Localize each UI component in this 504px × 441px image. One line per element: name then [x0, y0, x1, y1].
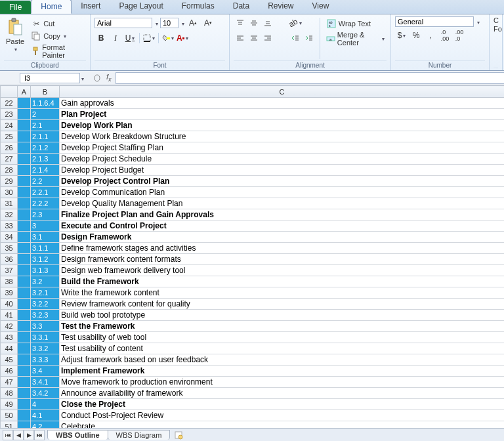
cell[interactable]	[18, 310, 31, 321]
sheet-tab-wbs-outline[interactable]: WBS Outline	[47, 430, 108, 440]
cell[interactable]: Implement Framework	[60, 366, 505, 377]
cell[interactable]: Build web tool prototype	[60, 310, 505, 321]
formula-input[interactable]	[116, 72, 504, 84]
comma-button[interactable]: ,	[424, 29, 437, 42]
cell[interactable]	[18, 176, 31, 187]
merge-center-button[interactable]: a Merge & Center	[324, 30, 387, 47]
tab-page-layout[interactable]: Page Layout	[110, 0, 172, 14]
cell[interactable]	[18, 354, 31, 366]
cell[interactable]: 3.3.1	[31, 332, 60, 343]
cell[interactable]: 3.2.3	[31, 310, 60, 321]
cell[interactable]: 3.3	[31, 321, 60, 332]
cell[interactable]: 3.3.2	[31, 343, 60, 354]
cell[interactable]	[18, 165, 31, 176]
row-header[interactable]: 47	[1, 377, 18, 388]
tab-view[interactable]: View	[303, 0, 339, 14]
cell[interactable]: Test the Framework	[60, 321, 505, 332]
cell[interactable]: 3.1.1	[31, 243, 60, 254]
cell[interactable]: Develop Communication Plan	[60, 187, 505, 198]
cell[interactable]	[18, 209, 31, 220]
tab-data[interactable]: Data	[224, 0, 259, 14]
cell[interactable]: 2.1.2	[31, 142, 60, 154]
tab-review[interactable]: Review	[259, 0, 303, 14]
sheet-nav-next[interactable]: ▶	[24, 430, 34, 440]
row-header[interactable]: 22	[1, 98, 18, 109]
worksheet-grid[interactable]: ABC 221.1.6.4Gain approvals232Plan Proje…	[0, 85, 504, 432]
row-header[interactable]: 40	[1, 299, 18, 310]
currency-button[interactable]: $	[395, 29, 408, 42]
row-header[interactable]: 35	[1, 243, 18, 254]
font-color-button[interactable]: A	[176, 32, 189, 45]
row-header[interactable]: 36	[1, 254, 18, 265]
cell[interactable]	[18, 321, 31, 332]
cell[interactable]	[18, 254, 31, 265]
cell[interactable]	[18, 399, 31, 410]
sheet-nav-prev[interactable]: ◀	[13, 430, 24, 440]
cell[interactable]: 1.1.6.4	[31, 98, 60, 109]
cell[interactable]: 2.3	[31, 209, 60, 220]
cell[interactable]	[18, 343, 31, 354]
row-header[interactable]: 49	[1, 399, 18, 410]
align-right-button[interactable]	[261, 32, 274, 45]
cell[interactable]: Build the Framework	[60, 276, 505, 287]
bold-button[interactable]: B	[94, 32, 108, 45]
name-box-caret[interactable]	[80, 74, 84, 82]
decrease-indent-button[interactable]	[289, 32, 302, 45]
font-size-select[interactable]	[160, 18, 178, 28]
align-left-button[interactable]	[234, 32, 247, 45]
row-header[interactable]: 38	[1, 276, 18, 287]
cell[interactable]	[18, 198, 31, 209]
cell[interactable]: Move framework to production environment	[60, 377, 505, 388]
percent-button[interactable]: %	[410, 29, 423, 42]
cell[interactable]: 3.4	[31, 366, 60, 377]
row-header[interactable]: 23	[1, 109, 18, 120]
decrease-font-button[interactable]: A▾	[201, 16, 215, 30]
increase-decimal-button[interactable]: .0.00	[438, 29, 452, 42]
row-header[interactable]: 45	[1, 354, 18, 366]
cell[interactable]: Test usability of web tool	[60, 332, 505, 343]
cell[interactable]: 3.4.1	[31, 377, 60, 388]
cell[interactable]	[18, 109, 31, 120]
row-header[interactable]: 29	[1, 176, 18, 187]
row-header[interactable]: 28	[1, 165, 18, 176]
cell[interactable]	[18, 287, 31, 299]
cell[interactable]: Develop Project Control Plan	[60, 176, 505, 187]
cell[interactable]: 2.1	[31, 120, 60, 131]
fx-cancel-icon[interactable]	[92, 73, 102, 83]
tab-insert[interactable]: Insert	[72, 0, 110, 14]
row-header[interactable]: 41	[1, 310, 18, 321]
cell[interactable]: 4	[31, 399, 60, 410]
cell[interactable]: 3.2.2	[31, 299, 60, 310]
cell[interactable]: 3.1.3	[31, 265, 60, 276]
row-header[interactable]: 34	[1, 232, 18, 243]
increase-indent-button[interactable]	[303, 32, 316, 45]
font-size-caret[interactable]	[180, 19, 184, 27]
orientation-button[interactable]: ab	[289, 16, 302, 30]
cell[interactable]	[18, 243, 31, 254]
row-header[interactable]: 48	[1, 388, 18, 399]
wrap-text-button[interactable]: abc Wrap Text	[324, 18, 387, 30]
cell[interactable]	[18, 187, 31, 198]
cell[interactable]: Adjust framework based on user feedback	[60, 354, 505, 366]
cell[interactable]: Write the framework content	[60, 287, 505, 299]
border-button[interactable]	[142, 32, 156, 45]
row-header[interactable]: 46	[1, 366, 18, 377]
align-top-button[interactable]	[234, 16, 247, 30]
col-header-C[interactable]: C	[60, 86, 505, 98]
cell[interactable]: 2.2.1	[31, 187, 60, 198]
row-header[interactable]: 26	[1, 142, 18, 154]
cell[interactable]: 2.2.2	[31, 198, 60, 209]
cell[interactable]: 4.1	[31, 410, 60, 421]
fill-color-button[interactable]	[161, 32, 175, 45]
row-header[interactable]: 33	[1, 220, 18, 232]
cell[interactable]: Test usability of content	[60, 343, 505, 354]
italic-button[interactable]: I	[109, 32, 122, 45]
cell[interactable]: 3.1	[31, 232, 60, 243]
cell[interactable]: 2.1.3	[31, 154, 60, 165]
cell[interactable]: Design framework content formats	[60, 254, 505, 265]
cell[interactable]: 2.1.1	[31, 131, 60, 142]
cell[interactable]: Review framework content for quality	[60, 299, 505, 310]
row-header[interactable]: 31	[1, 198, 18, 209]
row-header[interactable]: 24	[1, 120, 18, 131]
cell[interactable]	[18, 131, 31, 142]
